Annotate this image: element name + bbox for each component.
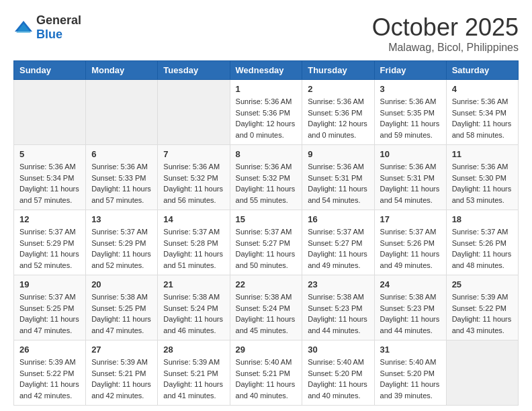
calendar-cell: 13Sunrise: 5:37 AMSunset: 5:29 PMDayligh… [86,210,158,275]
day-info: Sunrise: 5:39 AMSunset: 5:21 PMDaylight:… [163,357,224,401]
day-number: 12 [19,214,80,224]
day-info: Sunrise: 5:38 AMSunset: 5:24 PMDaylight:… [236,291,297,336]
calendar-cell: 9Sunrise: 5:36 AMSunset: 5:31 PMDaylight… [302,145,374,210]
weekday-header-thursday: Thursday [302,61,374,80]
day-number: 17 [380,214,441,224]
calendar-cell [158,80,230,145]
calendar-cell: 4Sunrise: 5:36 AMSunset: 5:34 PMDaylight… [446,80,518,145]
day-info: Sunrise: 5:36 AMSunset: 5:36 PMDaylight:… [308,96,368,140]
day-info: Sunrise: 5:36 AMSunset: 5:32 PMDaylight:… [236,161,297,205]
calendar-cell: 19Sunrise: 5:37 AMSunset: 5:25 PMDayligh… [14,275,86,340]
month-title: October 2025 [372,13,519,42]
day-info: Sunrise: 5:38 AMSunset: 5:24 PMDaylight:… [163,291,224,336]
calendar-cell: 10Sunrise: 5:36 AMSunset: 5:31 PMDayligh… [374,145,446,210]
day-number: 25 [452,279,513,289]
day-info: Sunrise: 5:39 AMSunset: 5:22 PMDaylight:… [452,291,513,336]
day-number: 2 [308,84,368,94]
day-info: Sunrise: 5:36 AMSunset: 5:33 PMDaylight:… [91,161,152,205]
weekday-header-friday: Friday [374,61,446,80]
calendar-cell: 18Sunrise: 5:37 AMSunset: 5:26 PMDayligh… [446,210,518,275]
calendar: SundayMondayTuesdayWednesdayThursdayFrid… [13,60,519,406]
calendar-cell: 12Sunrise: 5:37 AMSunset: 5:29 PMDayligh… [14,210,86,275]
day-info: Sunrise: 5:37 AMSunset: 5:27 PMDaylight:… [236,226,297,271]
calendar-cell: 28Sunrise: 5:39 AMSunset: 5:21 PMDayligh… [158,340,230,406]
weekday-header-monday: Monday [86,61,158,80]
day-info: Sunrise: 5:40 AMSunset: 5:20 PMDaylight:… [380,357,441,401]
day-info: Sunrise: 5:37 AMSunset: 5:26 PMDaylight:… [380,226,441,271]
calendar-cell: 24Sunrise: 5:38 AMSunset: 5:23 PMDayligh… [374,275,446,340]
calendar-cell: 15Sunrise: 5:37 AMSunset: 5:27 PMDayligh… [230,210,302,275]
calendar-cell: 17Sunrise: 5:37 AMSunset: 5:26 PMDayligh… [374,210,446,275]
day-info: Sunrise: 5:37 AMSunset: 5:26 PMDaylight:… [452,226,513,271]
calendar-cell: 20Sunrise: 5:38 AMSunset: 5:25 PMDayligh… [86,275,158,340]
calendar-cell: 7Sunrise: 5:36 AMSunset: 5:32 PMDaylight… [158,145,230,210]
day-info: Sunrise: 5:36 AMSunset: 5:35 PMDaylight:… [380,96,441,140]
day-number: 21 [163,279,224,289]
week-row-3: 19Sunrise: 5:37 AMSunset: 5:25 PMDayligh… [14,275,519,340]
title-area: October 2025 Malawag, Bicol, Philippines [372,13,519,54]
day-number: 27 [91,345,152,355]
day-info: Sunrise: 5:40 AMSunset: 5:21 PMDaylight:… [236,357,297,401]
day-info: Sunrise: 5:37 AMSunset: 5:27 PMDaylight:… [308,226,368,271]
calendar-cell: 16Sunrise: 5:37 AMSunset: 5:27 PMDayligh… [302,210,374,275]
calendar-cell [446,340,518,406]
calendar-cell: 11Sunrise: 5:36 AMSunset: 5:30 PMDayligh… [446,145,518,210]
calendar-cell: 23Sunrise: 5:38 AMSunset: 5:23 PMDayligh… [302,275,374,340]
calendar-cell: 21Sunrise: 5:38 AMSunset: 5:24 PMDayligh… [158,275,230,340]
weekday-header-tuesday: Tuesday [158,61,230,80]
day-number: 13 [91,214,152,224]
day-number: 11 [452,149,513,159]
day-info: Sunrise: 5:37 AMSunset: 5:29 PMDaylight:… [19,226,80,271]
location-title: Malawag, Bicol, Philippines [372,42,519,54]
day-info: Sunrise: 5:36 AMSunset: 5:30 PMDaylight:… [452,161,513,205]
day-number: 4 [452,84,513,94]
calendar-cell: 5Sunrise: 5:36 AMSunset: 5:34 PMDaylight… [14,145,86,210]
day-number: 1 [236,84,297,94]
day-info: Sunrise: 5:37 AMSunset: 5:25 PMDaylight:… [19,291,80,336]
day-info: Sunrise: 5:36 AMSunset: 5:31 PMDaylight:… [380,161,441,205]
day-number: 15 [236,214,297,224]
week-row-1: 5Sunrise: 5:36 AMSunset: 5:34 PMDaylight… [14,145,519,210]
day-info: Sunrise: 5:40 AMSunset: 5:20 PMDaylight:… [308,357,368,401]
calendar-cell: 1Sunrise: 5:36 AMSunset: 5:36 PMDaylight… [230,80,302,145]
calendar-cell: 27Sunrise: 5:39 AMSunset: 5:21 PMDayligh… [86,340,158,406]
day-number: 22 [236,279,297,289]
day-info: Sunrise: 5:36 AMSunset: 5:34 PMDaylight:… [452,96,513,140]
day-number: 16 [308,214,368,224]
day-number: 19 [19,279,80,289]
week-row-2: 12Sunrise: 5:37 AMSunset: 5:29 PMDayligh… [14,210,519,275]
day-number: 28 [163,345,224,355]
logo: General Blue [13,13,81,42]
calendar-cell: 2Sunrise: 5:36 AMSunset: 5:36 PMDaylight… [302,80,374,145]
logo-icon [13,19,34,36]
weekday-header-row: SundayMondayTuesdayWednesdayThursdayFrid… [14,61,519,80]
calendar-cell: 14Sunrise: 5:37 AMSunset: 5:28 PMDayligh… [158,210,230,275]
calendar-cell [14,80,86,145]
calendar-cell: 31Sunrise: 5:40 AMSunset: 5:20 PMDayligh… [374,340,446,406]
calendar-cell: 25Sunrise: 5:39 AMSunset: 5:22 PMDayligh… [446,275,518,340]
day-number: 6 [91,149,152,159]
day-number: 9 [308,149,368,159]
day-number: 30 [308,345,368,355]
day-number: 31 [380,345,441,355]
day-info: Sunrise: 5:39 AMSunset: 5:21 PMDaylight:… [91,357,152,401]
day-info: Sunrise: 5:36 AMSunset: 5:32 PMDaylight:… [163,161,224,205]
weekday-header-sunday: Sunday [14,61,86,80]
logo-text: General Blue [36,13,81,42]
calendar-cell: 6Sunrise: 5:36 AMSunset: 5:33 PMDaylight… [86,145,158,210]
calendar-cell: 26Sunrise: 5:39 AMSunset: 5:22 PMDayligh… [14,340,86,406]
day-number: 23 [308,279,368,289]
day-info: Sunrise: 5:38 AMSunset: 5:23 PMDaylight:… [308,291,368,336]
day-info: Sunrise: 5:36 AMSunset: 5:34 PMDaylight:… [19,161,80,205]
day-number: 5 [19,149,80,159]
day-number: 8 [236,149,297,159]
day-info: Sunrise: 5:38 AMSunset: 5:23 PMDaylight:… [380,291,441,336]
week-row-4: 26Sunrise: 5:39 AMSunset: 5:22 PMDayligh… [14,340,519,406]
logo-general: General [36,13,81,27]
day-info: Sunrise: 5:36 AMSunset: 5:36 PMDaylight:… [236,96,297,140]
day-number: 18 [452,214,513,224]
day-number: 29 [236,345,297,355]
weekday-header-saturday: Saturday [446,61,518,80]
day-number: 7 [163,149,224,159]
week-row-0: 1Sunrise: 5:36 AMSunset: 5:36 PMDaylight… [14,80,519,145]
